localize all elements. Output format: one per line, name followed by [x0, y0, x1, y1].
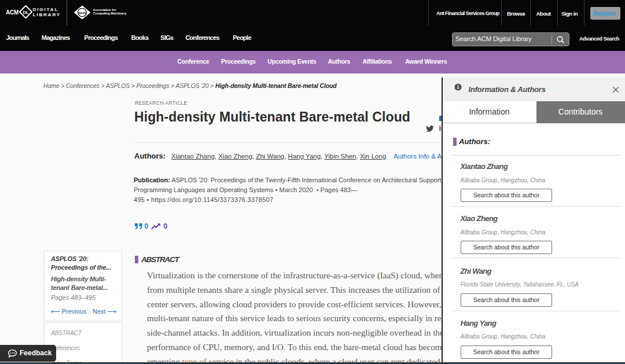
svg-text:DL: DL — [23, 10, 29, 15]
svg-text:acm: acm — [78, 11, 86, 14]
